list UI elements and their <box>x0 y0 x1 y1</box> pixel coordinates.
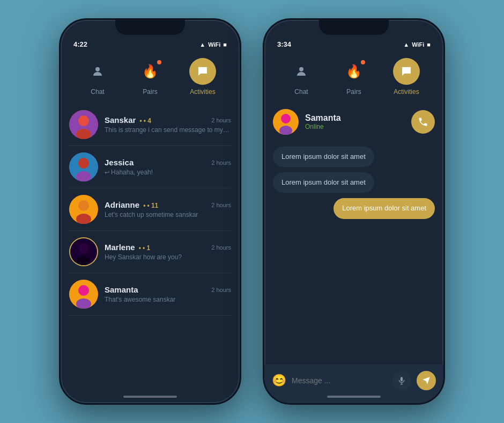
chat-partner-status: Online <box>305 123 405 130</box>
chat-preview-marlene: Hey Sanskar how are you? <box>105 253 231 261</box>
microphone-button[interactable] <box>392 371 411 390</box>
chat-partner-name: Samanta <box>305 113 405 123</box>
tab-activities-1[interactable]: Activities <box>189 58 216 96</box>
svg-rect-20 <box>401 377 403 381</box>
status-icons-1: ▲ WiFi ■ <box>199 41 227 48</box>
chat-name-marlene: Marlene • 1 <box>105 243 150 252</box>
chat-name-row-adrianne: Adrianne • 11 2 hours <box>105 200 231 209</box>
chat-item-samanta[interactable]: Samanta 2 hours That's awesome sanskar <box>69 273 231 316</box>
chat-info-marlene: Marlene • 1 2 hours Hey Sanskar how are … <box>105 243 231 261</box>
chat-name-row-jessica: Jessica 2 hours <box>105 158 231 167</box>
chat-time-sanskar: 2 hours <box>211 117 231 123</box>
message-1: Lorem ipsum dolor sit amet <box>273 147 374 167</box>
avatar-img-sanskar <box>69 110 98 139</box>
send-button[interactable] <box>417 371 436 390</box>
flame-icon-1: 🔥 <box>142 64 158 79</box>
battery-icon: ■ <box>223 41 227 48</box>
chat-name-row-marlene: Marlene • 1 2 hours <box>105 243 231 252</box>
chat-item-sanskar[interactable]: Sanskar • 4 2 hours This is strange i ca… <box>69 104 231 146</box>
chat-item-jessica[interactable]: Jessica 2 hours ↩ Hahaha, yeah! <box>69 146 231 188</box>
avatar-img-marlene <box>70 237 97 266</box>
tab-chat-2[interactable]: Chat <box>288 58 315 96</box>
tab-chat-icon-wrap-1 <box>84 58 111 85</box>
tab-chat-label-1: Chat <box>91 88 104 96</box>
pairs-dot-2 <box>361 60 365 64</box>
avatar-jessica <box>69 152 98 181</box>
svg-point-5 <box>78 158 89 169</box>
wifi-icon: ▲ <box>199 41 205 48</box>
signal-icon-2: WiFi <box>412 41 424 48</box>
nav-tabs-1: Chat 🔥 Pairs Activities <box>61 53 240 104</box>
chat-info-adrianne: Adrianne • 11 2 hours Let's catch up som… <box>105 200 231 218</box>
status-icons-2: ▲ WiFi ■ <box>403 41 431 48</box>
badge-sanskar: • 4 <box>138 117 151 125</box>
avatar-sanskar <box>69 110 98 139</box>
tab-activities-label-1: Activities <box>190 88 215 96</box>
emoji-button[interactable]: 😊 <box>272 374 286 388</box>
chat-time-jessica: 2 hours <box>211 159 231 166</box>
chat-name-adrianne: Adrianne • 11 <box>105 200 158 209</box>
phone-1: 4:22 ▲ WiFi ■ Chat 🔥 <box>59 18 241 405</box>
chat-name-samanta: Samanta <box>105 285 138 294</box>
chat-item-marlene[interactable]: Marlene • 1 2 hours Hey Sanskar how are … <box>69 231 231 273</box>
chat-header-info: Samanta Online <box>305 113 405 130</box>
avatar-img-jessica <box>69 152 98 181</box>
phone-icon <box>418 116 428 127</box>
tab-pairs-icon-wrap-2: 🔥 <box>340 58 367 85</box>
chat-time-adrianne: 2 hours <box>211 202 231 208</box>
reply-arrow-icon: ↩ <box>105 169 111 176</box>
message-input[interactable] <box>292 376 387 385</box>
avatar-marlene <box>69 237 98 266</box>
svg-point-12 <box>77 256 91 266</box>
wifi-icon-2: ▲ <box>403 41 409 48</box>
chat-preview-jessica: ↩ Hahaha, yeah! <box>105 169 231 176</box>
chat-bubble-icon-2 <box>400 65 413 78</box>
chat-header: Samanta Online <box>264 104 443 141</box>
home-indicator-1 <box>123 396 177 398</box>
signal-icon: WiFi <box>208 41 220 48</box>
avatar-img-samanta-detail <box>273 109 299 135</box>
tab-activities-2[interactable]: Activities <box>393 58 420 96</box>
chat-preview-samanta: That's awesome sanskar <box>105 296 231 303</box>
tab-activities-icon-wrap-1 <box>189 58 216 85</box>
status-bar-2: 3:34 ▲ WiFi ■ <box>264 20 443 53</box>
chat-name-jessica: Jessica <box>105 158 134 167</box>
avatar-img-samanta <box>69 280 98 309</box>
status-bar-1: 4:22 ▲ WiFi ■ <box>61 20 240 53</box>
chat-info-sanskar: Sanskar • 4 2 hours This is strange i ca… <box>105 115 231 134</box>
time-2: 3:34 <box>277 40 291 48</box>
avatar-samanta-detail <box>273 109 299 135</box>
chat-time-samanta: 2 hours <box>211 287 231 293</box>
tab-activities-icon-wrap-2 <box>393 58 420 85</box>
message-2: Lorem ipsum dolor sit amet <box>273 172 374 193</box>
svg-point-14 <box>78 285 89 296</box>
chat-bubble-icon-1 <box>196 65 209 78</box>
chat-item-adrianne[interactable]: Adrianne • 11 2 hours Let's catch up som… <box>69 188 231 231</box>
tab-chat-icon-wrap-2 <box>288 58 315 85</box>
call-button[interactable] <box>411 110 435 134</box>
tab-pairs-2[interactable]: 🔥 Pairs <box>340 58 367 96</box>
avatar-samanta <box>69 280 98 309</box>
mic-icon <box>397 376 406 385</box>
battery-icon-2: ■ <box>427 41 431 48</box>
time-1: 4:22 <box>73 40 87 48</box>
svg-point-11 <box>79 243 89 253</box>
pairs-dot-1 <box>157 60 161 64</box>
svg-point-2 <box>78 115 89 126</box>
tab-pairs-icon-wrap-1: 🔥 <box>137 58 164 85</box>
tab-chat-1[interactable]: Chat <box>84 58 111 96</box>
tab-activities-label-2: Activities <box>394 88 419 96</box>
svg-point-18 <box>281 114 291 123</box>
person-icon-1 <box>91 65 104 78</box>
chat-list: Sanskar • 4 2 hours This is strange i ca… <box>61 104 240 316</box>
svg-point-16 <box>299 67 303 71</box>
chat-info-samanta-list: Samanta 2 hours That's awesome sanskar <box>105 285 231 303</box>
chat-name-row-samanta: Samanta 2 hours <box>105 285 231 294</box>
tab-pairs-label-1: Pairs <box>143 88 157 96</box>
person-icon-2 <box>295 65 308 78</box>
avatar-adrianne <box>69 195 98 224</box>
phone-2: 3:34 ▲ WiFi ■ Chat 🔥 <box>263 18 445 405</box>
svg-point-8 <box>78 200 89 211</box>
send-icon <box>422 376 431 385</box>
tab-pairs-1[interactable]: 🔥 Pairs <box>137 58 164 96</box>
